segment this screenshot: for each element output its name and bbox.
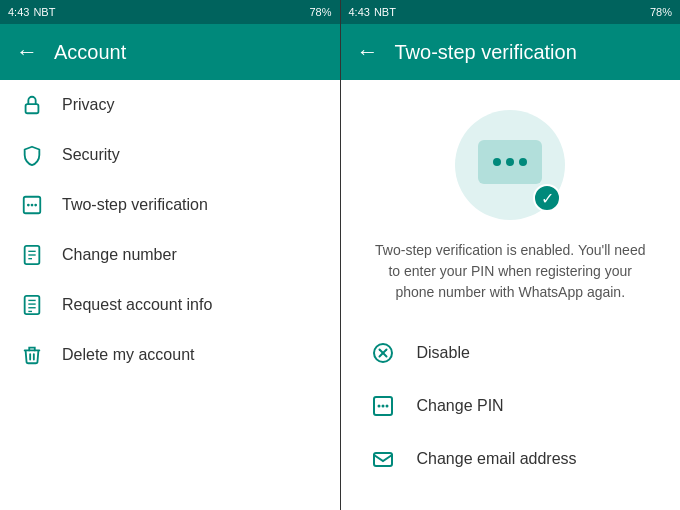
svg-point-20 [385, 405, 388, 408]
time-left: 4:43 [8, 6, 29, 18]
menu-item-request-info[interactable]: Request account info [0, 280, 340, 330]
menu-label-change-number: Change number [62, 246, 177, 264]
back-button-right[interactable]: ← [357, 39, 379, 65]
right-panel: 4:43 NBT 78% ← Two-step verification ✓ T… [341, 0, 681, 510]
svg-rect-0 [26, 104, 39, 113]
action-label-change-pin: Change PIN [417, 397, 504, 415]
verification-icon: ✓ [455, 110, 565, 220]
svg-point-19 [381, 405, 384, 408]
dots-square-icon-right [365, 394, 401, 418]
file-list-icon [16, 244, 48, 266]
svg-rect-21 [374, 453, 392, 466]
trash-icon [16, 344, 48, 366]
toolbar-left: ← Account [0, 24, 340, 80]
action-label-change-email: Change email address [417, 450, 577, 468]
left-panel: 4:43 NBT 78% ← Account Privacy [0, 0, 341, 510]
dot3 [519, 158, 527, 166]
menu-label-two-step: Two-step verification [62, 196, 208, 214]
back-button-left[interactable]: ← [16, 39, 38, 65]
page-title-left: Account [54, 41, 126, 64]
dot1 [493, 158, 501, 166]
menu-label-security: Security [62, 146, 120, 164]
svg-point-4 [34, 204, 37, 207]
dot2 [506, 158, 514, 166]
svg-point-3 [31, 204, 34, 207]
shield-icon [16, 144, 48, 166]
svg-point-2 [27, 204, 30, 207]
action-list: Disable Change PIN [365, 327, 657, 486]
lock-icon [16, 94, 48, 116]
time-right: 4:43 [349, 6, 370, 18]
verification-description: Two-step verification is enabled. You'll… [370, 240, 650, 303]
menu-item-privacy[interactable]: Privacy [0, 80, 340, 130]
action-item-disable[interactable]: Disable [365, 327, 657, 380]
menu-item-security[interactable]: Security [0, 130, 340, 180]
x-circle-icon [365, 341, 401, 365]
menu-item-delete-account[interactable]: Delete my account [0, 330, 340, 380]
battery-right: 78% [650, 6, 672, 18]
action-item-change-pin[interactable]: Change PIN [365, 380, 657, 433]
menu-label-request-info: Request account info [62, 296, 212, 314]
menu-label-delete-account: Delete my account [62, 346, 195, 364]
dots-square-icon [16, 194, 48, 216]
two-step-content: ✓ Two-step verification is enabled. You'… [341, 80, 681, 510]
battery-left: 78% [309, 6, 331, 18]
menu-list: Privacy Security Two-step verificatio [0, 80, 340, 510]
svg-point-18 [377, 405, 380, 408]
page-title-right: Two-step verification [395, 41, 577, 64]
phone-card [478, 140, 542, 184]
status-bar-right: 4:43 NBT 78% [341, 0, 681, 24]
menu-item-change-number[interactable]: Change number [0, 230, 340, 280]
menu-item-two-step[interactable]: Two-step verification [0, 180, 340, 230]
check-badge: ✓ [533, 184, 561, 212]
envelope-icon [365, 447, 401, 471]
status-bar-left: 4:43 NBT 78% [0, 0, 340, 24]
action-label-disable: Disable [417, 344, 470, 362]
carrier-left: NBT [33, 6, 55, 18]
action-item-change-email[interactable]: Change email address [365, 433, 657, 486]
menu-label-privacy: Privacy [62, 96, 114, 114]
toolbar-right: ← Two-step verification [341, 24, 681, 80]
carrier-right: NBT [374, 6, 396, 18]
file-text-icon [16, 294, 48, 316]
